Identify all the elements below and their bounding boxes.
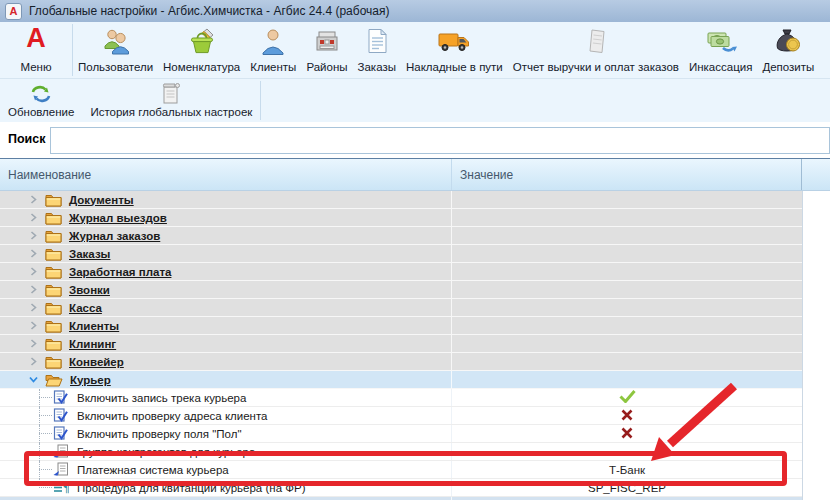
- settings-grid: Наименование Значение ДокументыЖурнал вы…: [0, 158, 830, 500]
- setting-label: Платежная система курьера: [77, 464, 229, 476]
- chevron-right-icon[interactable]: [26, 285, 40, 294]
- tree-line: [39, 433, 52, 434]
- value-cell: [452, 281, 802, 298]
- tree-row[interactable]: Включить проверку адреса клиента: [0, 407, 802, 425]
- tree-row[interactable]: Касса: [0, 299, 802, 317]
- tree-row[interactable]: Журнал заказов: [0, 227, 802, 245]
- name-cell: Платежная система курьера: [0, 461, 452, 478]
- chevron-right-icon[interactable]: [26, 321, 40, 330]
- toolbar-button-revenue-report[interactable]: Отчет выручки и оплат заказов: [508, 22, 684, 78]
- tree-line: [39, 415, 52, 416]
- setting-list-icon: [53, 444, 69, 459]
- tree-line: [39, 461, 40, 479]
- chevron-right-icon[interactable]: [26, 339, 40, 348]
- toolbar-secondary: ОбновлениеИстория глобальных настроек: [0, 79, 830, 122]
- toolbar-button-cash-collection[interactable]: Инкассация: [684, 22, 757, 78]
- value-cell: [452, 245, 802, 262]
- chevron-right-icon[interactable]: [26, 231, 40, 240]
- menu-label: Меню: [20, 61, 51, 73]
- toolbar-button-label: Отчет выручки и оплат заказов: [513, 61, 679, 73]
- clients-icon: [260, 26, 286, 56]
- tree-row[interactable]: Документы: [0, 191, 802, 209]
- setting-label: Включить запись трека курьера: [77, 392, 246, 404]
- toolbar-button-label: Районы: [306, 61, 347, 73]
- name-cell: Группа контрагентов для курьера: [0, 443, 452, 460]
- category-label: Заработная плата: [69, 266, 171, 278]
- value-cell: SP_FISC_REP: [452, 479, 802, 496]
- value-cell: [452, 335, 802, 352]
- chevron-right-icon[interactable]: [26, 267, 40, 276]
- toolbar-button-orders[interactable]: Заказы: [353, 22, 401, 78]
- setting-label: Включить проверку адреса клиента: [77, 410, 268, 422]
- name-cell: Журнал выездов: [0, 209, 452, 226]
- name-cell: Конвейер: [0, 353, 452, 370]
- name-cell: Журнал заказов: [0, 227, 452, 244]
- category-label: Конвейер: [69, 356, 124, 368]
- category-label: Журнал заказов: [69, 230, 160, 242]
- search-input[interactable]: [50, 127, 830, 154]
- toolbar-button-global-settings-history[interactable]: История глобальных настроек: [82, 79, 260, 122]
- value-cell: [452, 299, 802, 316]
- tree-row[interactable]: Включить запись трека курьера: [0, 389, 802, 407]
- value-cell: [452, 425, 802, 442]
- collection-icon: [705, 26, 737, 56]
- value-cell: [452, 353, 802, 370]
- toolbar-button-nomenclature[interactable]: Номенклатура: [158, 22, 245, 78]
- toolbar-button-waybills-in-transit[interactable]: Накладные в пути: [401, 22, 508, 78]
- chevron-down-icon[interactable]: [26, 375, 40, 384]
- toolbar-button-users[interactable]: Пользователи: [73, 22, 158, 78]
- chevron-right-icon[interactable]: [26, 357, 40, 366]
- toolbar-button-clients[interactable]: Клиенты: [245, 22, 301, 78]
- chevron-right-icon[interactable]: [26, 303, 40, 312]
- tree-row[interactable]: Журнал выездов: [0, 209, 802, 227]
- nomenclature-icon: [187, 26, 217, 56]
- tree-row[interactable]: Платежная система курьераТ-Банк: [0, 461, 802, 479]
- toolbar-button-deposits[interactable]: Депозиты: [757, 22, 819, 78]
- tree-row[interactable]: Группа контрагентов для курьера: [0, 443, 802, 461]
- name-cell: Заказы: [0, 245, 452, 262]
- category-label: Касса: [69, 302, 102, 314]
- toolbar-button-districts[interactable]: Районы: [301, 22, 352, 78]
- tree-row[interactable]: Клиенты: [0, 317, 802, 335]
- svg-text:¶: ¶: [63, 481, 70, 495]
- chevron-right-icon[interactable]: [26, 195, 40, 204]
- tree-line: [39, 397, 52, 398]
- name-cell: ¶Процедура для квитанции курьера (на ФР): [0, 479, 452, 496]
- column-header-stub: [802, 159, 830, 190]
- name-cell: Звонки: [0, 281, 452, 298]
- menu-button[interactable]: A Меню: [0, 22, 72, 78]
- chevron-right-icon[interactable]: [26, 249, 40, 258]
- tree-row[interactable]: Заработная плата: [0, 263, 802, 281]
- folder-open-icon: [45, 372, 63, 387]
- tree-row[interactable]: ¶Процедура для квитанции курьера (на ФР)…: [0, 479, 802, 497]
- users-icon: [101, 26, 131, 56]
- toolbar-separator: [260, 81, 261, 120]
- value-cell: [452, 407, 802, 424]
- value-cell: [452, 263, 802, 280]
- setting-bool-icon: [53, 390, 69, 405]
- tree-row[interactable]: Заказы: [0, 245, 802, 263]
- name-cell: Курьер: [0, 371, 452, 388]
- value-cell: [452, 227, 802, 244]
- window-title: Глобальные настройки - Агбис.Химчистка -…: [29, 4, 389, 18]
- tree-row[interactable]: Курьер: [0, 371, 802, 389]
- tree-line: [39, 479, 40, 488]
- column-header-name[interactable]: Наименование: [0, 159, 452, 190]
- toolbar-secondary-buttons: ОбновлениеИстория глобальных настроек: [0, 79, 260, 122]
- toolbar-button-label: Депозиты: [762, 61, 814, 73]
- tree-row[interactable]: Звонки: [0, 281, 802, 299]
- tree-row[interactable]: Включить проверку поля "Пол": [0, 425, 802, 443]
- setting-bool-icon: [53, 426, 69, 441]
- tree-line: [39, 487, 52, 488]
- setting-list-icon: [53, 462, 69, 477]
- folder-closed-icon: [45, 282, 62, 297]
- column-header-value[interactable]: Значение: [452, 159, 802, 190]
- chevron-right-icon[interactable]: [26, 213, 40, 222]
- tree-line: [39, 389, 40, 407]
- toolbar-main-buttons: ПользователиНоменклатураКлиентыРайоныЗак…: [73, 22, 819, 78]
- value-cell: Т-Банк: [452, 461, 802, 478]
- tree-row[interactable]: Клининг: [0, 335, 802, 353]
- tree-row[interactable]: Конвейер: [0, 353, 802, 371]
- toolbar-button-refresh[interactable]: Обновление: [0, 79, 82, 122]
- check-icon: [619, 390, 636, 405]
